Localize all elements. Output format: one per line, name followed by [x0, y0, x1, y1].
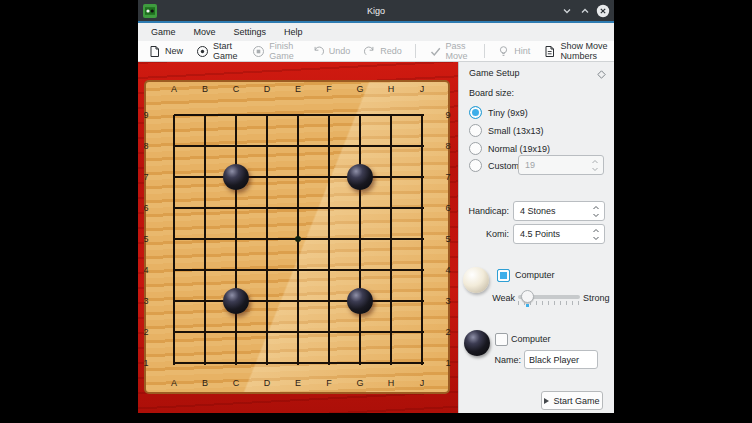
- finish-game-label: Finish Game: [269, 41, 299, 61]
- grid-line-vertical: [328, 115, 330, 365]
- row-label-right: 5: [440, 234, 456, 244]
- black-computer-checkbox[interactable]: [495, 333, 508, 346]
- column-label-bottom: A: [164, 378, 184, 388]
- white-computer-checkbox[interactable]: [497, 269, 510, 282]
- strength-slider-track[interactable]: [518, 295, 580, 299]
- spin-arrows-icon[interactable]: [591, 158, 599, 173]
- minimize-button[interactable]: [560, 4, 574, 18]
- row-label-left: 6: [138, 203, 154, 213]
- hint-button[interactable]: Hint: [497, 45, 530, 58]
- grid-line-vertical: [390, 115, 392, 365]
- strength-slider-ticks: [518, 301, 580, 305]
- go-board-frame: AA99BB88CC77DD66EE55FF44GG33HH22JJ11: [138, 62, 458, 413]
- dock-float-icon[interactable]: [597, 70, 606, 79]
- start-game-button-label: Start Game: [553, 396, 599, 406]
- radio-tiny-label: Tiny (9x9): [488, 108, 528, 118]
- titlebar[interactable]: Kigo: [138, 0, 614, 21]
- komi-spinbox[interactable]: 4.5 Points: [513, 224, 605, 244]
- menu-help[interactable]: Help: [275, 23, 312, 41]
- black-name-label: Name:: [479, 355, 521, 365]
- handicap-value: 4 Stones: [520, 206, 556, 216]
- black-name-input[interactable]: [524, 350, 598, 369]
- row-label-right: 7: [440, 172, 456, 182]
- column-label-top: C: [226, 84, 246, 94]
- grid-line-vertical: [204, 115, 206, 365]
- column-label-bottom: B: [195, 378, 215, 388]
- show-move-numbers-label: Show Move Numbers: [560, 41, 614, 61]
- menu-move[interactable]: Move: [185, 23, 225, 41]
- maximize-button[interactable]: [578, 4, 592, 18]
- board-size-label: Board size:: [469, 88, 514, 98]
- row-label-right: 8: [440, 141, 456, 151]
- redo-arrow-icon: [363, 45, 376, 58]
- white-computer-label: Computer: [515, 270, 555, 280]
- komi-value: 4.5 Points: [520, 229, 560, 239]
- radio-small-13x13[interactable]: [469, 124, 482, 137]
- column-label-top: G: [350, 84, 370, 94]
- row-label-left: 8: [138, 141, 154, 151]
- row-label-left: 2: [138, 327, 154, 337]
- row-label-left: 9: [138, 110, 154, 120]
- numbered-document-icon: [543, 45, 556, 58]
- grid-line-horizontal: [174, 176, 424, 178]
- radio-tiny-9x9[interactable]: [469, 106, 482, 119]
- new-button[interactable]: New: [148, 45, 183, 58]
- hoshi-point: [295, 236, 301, 242]
- column-label-top: J: [412, 84, 432, 94]
- column-label-bottom: J: [412, 378, 432, 388]
- start-game-button[interactable]: Start Game: [541, 391, 603, 410]
- black-stone-c3: [223, 288, 249, 314]
- grid-line-horizontal: [174, 362, 424, 364]
- toolbar-separator: [484, 44, 485, 58]
- show-move-numbers-button[interactable]: Show Move Numbers: [543, 41, 614, 61]
- grid-line-vertical: [266, 115, 268, 365]
- row-label-left: 7: [138, 172, 154, 182]
- black-stone-c7: [223, 164, 249, 190]
- strength-weak-label: Weak: [489, 293, 515, 303]
- kigo-window: Kigo Game Move Settings Help New: [138, 0, 614, 413]
- grid-line-horizontal: [174, 269, 424, 271]
- row-label-right: 9: [440, 110, 456, 120]
- row-label-right: 6: [440, 203, 456, 213]
- radio-small-label: Small (13x13): [488, 126, 544, 136]
- black-stone-g3: [347, 288, 373, 314]
- redo-button[interactable]: Redo: [363, 45, 402, 58]
- toolbar: New Start Game Finish Game Undo Redo Pas…: [138, 41, 614, 62]
- column-label-bottom: E: [288, 378, 308, 388]
- new-label: New: [165, 46, 183, 56]
- handicap-label: Handicap:: [459, 206, 509, 216]
- black-stone-image: [464, 330, 490, 356]
- komi-label: Komi:: [459, 229, 509, 239]
- record-circle-icon: [196, 45, 209, 58]
- row-label-right: 1: [440, 358, 456, 368]
- chevron-up-icon: [579, 5, 591, 17]
- radio-normal-19x19[interactable]: [469, 142, 482, 155]
- spin-arrows-icon[interactable]: [592, 204, 600, 219]
- hint-label: Hint: [514, 46, 530, 56]
- row-label-right: 3: [440, 296, 456, 306]
- grid-line-horizontal: [174, 114, 424, 116]
- radio-custom[interactable]: [469, 159, 482, 172]
- row-label-right: 2: [440, 327, 456, 337]
- menu-game[interactable]: Game: [142, 23, 185, 41]
- grid-line-horizontal: [174, 300, 424, 302]
- pass-move-button[interactable]: Pass Move: [429, 41, 471, 61]
- custom-size-value: 19: [525, 160, 535, 170]
- row-label-left: 5: [138, 234, 154, 244]
- game-setup-panel: Game Setup Board size: Tiny (9x9) Small …: [458, 62, 614, 413]
- column-label-bottom: F: [319, 378, 339, 388]
- custom-size-spinbox[interactable]: 19: [518, 155, 604, 175]
- column-label-top: D: [257, 84, 277, 94]
- spin-arrows-icon[interactable]: [592, 227, 600, 242]
- start-game-label: Start Game: [213, 41, 239, 61]
- undo-button[interactable]: Undo: [312, 45, 351, 58]
- handicap-spinbox[interactable]: 4 Stones: [513, 201, 605, 221]
- start-game-toolbar-button[interactable]: Start Game: [196, 41, 239, 61]
- close-button[interactable]: [596, 4, 610, 18]
- finish-game-button[interactable]: Finish Game: [252, 41, 299, 61]
- undo-label: Undo: [329, 46, 351, 56]
- menubar: Game Move Settings Help: [138, 23, 614, 41]
- grid-line-horizontal: [174, 207, 424, 209]
- menu-settings[interactable]: Settings: [225, 23, 276, 41]
- row-label-left: 1: [138, 358, 154, 368]
